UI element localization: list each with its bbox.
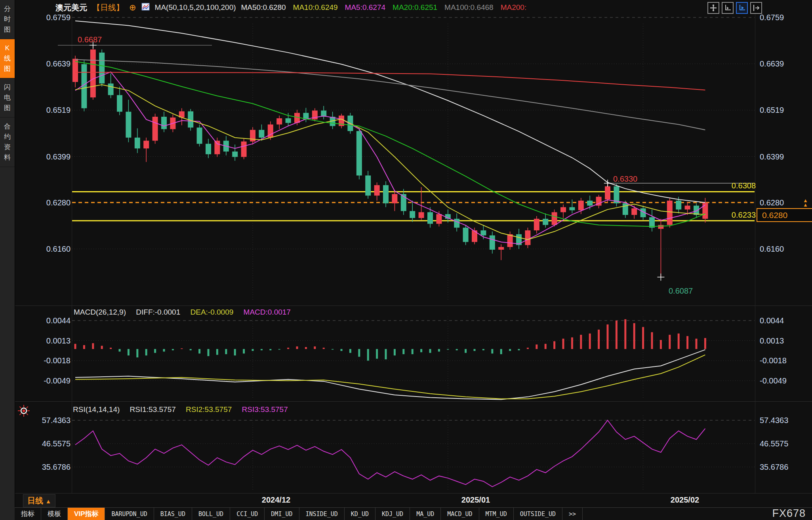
rsi1-value: RSI1:53.5757	[130, 405, 176, 414]
axis-label: 0.6639	[760, 59, 784, 68]
crosshair-target-icon[interactable]: ⊕	[129, 3, 136, 12]
chart-header: 澳元美元 【日线】 ⊕ MA(50,10,5,20,100,200) MA50:…	[55, 2, 534, 13]
left-scale-icon[interactable]	[722, 2, 734, 14]
ma-values: MA50:0.6280MA10:0.6249MA5:0.6274MA20:0.6…	[241, 3, 534, 12]
tab-KD_UD[interactable]: KD_UD	[345, 508, 376, 520]
ma-value-MA10: MA10:0.6249	[293, 3, 338, 11]
macd-dea-value: DEA:-0.0009	[191, 308, 234, 316]
tab-MA_UD[interactable]: MA_UD	[410, 508, 441, 520]
svg-text:0.6308: 0.6308	[732, 181, 756, 190]
axis-label: -0.0049	[44, 376, 71, 385]
watermark: FX678	[772, 507, 806, 520]
sidebar-item-K线图[interactable]: K线图	[0, 39, 15, 78]
sidebar-item-合约资料[interactable]: 合约资料	[0, 118, 15, 167]
axis-label: 0.6519	[760, 106, 784, 114]
sidebar-item-闪电图[interactable]: 闪电图	[0, 78, 15, 118]
axis-label: 0.6759	[760, 13, 784, 22]
bottom-tab-bar: 指标模板VIP指标BARUPDN_UDBIAS_UDBOLL_UDCCI_UDD…	[15, 507, 812, 520]
axis-label: 57.4363	[760, 416, 788, 425]
tab-MTM_UD[interactable]: MTM_UD	[479, 508, 514, 520]
rsi-title: RSI(14,14,14)	[73, 405, 120, 414]
macd-histogram-value: MACD:0.0017	[244, 308, 291, 316]
ma-value-MA50: MA50:0.6280	[241, 3, 286, 11]
axis-label: 46.5575	[42, 439, 71, 448]
axis-label: 57.4363	[42, 416, 71, 425]
svg-text:0.6233: 0.6233	[732, 211, 756, 219]
tab-MACD_UD[interactable]: MACD_UD	[441, 508, 479, 520]
tab->>[interactable]: >>	[562, 508, 583, 520]
axis-label: 0.6399	[46, 152, 71, 161]
svg-text:0.6330: 0.6330	[613, 175, 637, 183]
view-toolbar	[707, 2, 762, 14]
rsi3-value: RSI3:53.5757	[242, 405, 288, 414]
ma-line-MA5	[75, 72, 705, 244]
period-selector-label: 日线	[27, 496, 43, 505]
sidebar: 分时图K线图闪电图合约资料	[0, 0, 15, 520]
ma-overlays	[75, 21, 705, 244]
tab-模板[interactable]: 模板	[41, 508, 68, 520]
tab-OUTSIDE_UD[interactable]: OUTSIDE_UD	[514, 508, 562, 520]
axis-label: 0.6519	[46, 106, 71, 114]
axis-label: 0.0013	[46, 336, 71, 345]
tab-INSIDE_UD[interactable]: INSIDE_UD	[299, 508, 345, 520]
period-selector-arrow-icon: ▲	[46, 498, 51, 505]
ma-line-MA20	[75, 61, 705, 226]
tab-VIP指标[interactable]: VIP指标	[68, 508, 105, 520]
tab-BARUPDN_UD[interactable]: BARUPDN_UD	[105, 508, 154, 520]
svg-text:0.6087: 0.6087	[669, 287, 693, 295]
axis-label: 0.0044	[760, 316, 784, 325]
axis-label: 0.6639	[46, 59, 71, 68]
axis-label: 0.6280	[46, 198, 71, 207]
mini-chart-icon[interactable]	[141, 2, 150, 13]
axis-label: 0.0013	[760, 336, 784, 345]
symbol-title: 澳元美元	[55, 2, 87, 13]
ma-line-MA50	[75, 21, 705, 203]
ma-value-MA200: MA200:	[501, 3, 526, 11]
axis-label: 0.6399	[760, 152, 784, 161]
ma-line-MA100	[75, 59, 705, 130]
date-label-2025/01: 2025/01	[461, 495, 490, 505]
right-scale-icon[interactable]	[736, 2, 748, 14]
date-label-2024/12: 2024/12	[262, 495, 290, 505]
axis-label: 0.6280	[760, 198, 784, 207]
axis-label: 0.6160	[760, 245, 784, 253]
axis-label: -0.0049	[760, 376, 787, 385]
tab-KDJ_UD[interactable]: KDJ_UD	[376, 508, 410, 520]
macd-title: MACD(26,12,9)	[74, 308, 126, 316]
period-tag[interactable]: 【日线】	[92, 2, 124, 13]
candlestick-series	[72, 45, 708, 277]
chart-canvas[interactable]: 0.63080.62330.66870.63300.60870.67590.67…	[0, 0, 812, 494]
split-view-icon[interactable]	[707, 2, 719, 14]
tab-指标[interactable]: 指标	[15, 508, 41, 520]
axis-label: 35.6786	[760, 463, 788, 471]
app-window: { "colors":{"accent_orange":"#f97b0b","u…	[0, 0, 812, 520]
tab-CCI_UD[interactable]: CCI_UD	[230, 508, 265, 520]
axis-label: 35.6786	[42, 463, 71, 471]
sidebar-item-分时图[interactable]: 分时图	[0, 0, 15, 39]
collapse-panel-icon[interactable]	[750, 2, 762, 14]
tab-BIAS_UD[interactable]: BIAS_UD	[154, 508, 192, 520]
axis-label: 0.6160	[46, 245, 71, 253]
macd-header: MACD(26,12,9) DIFF:-0.0001 DEA:-0.0009 M…	[74, 308, 299, 317]
macd-series	[75, 319, 705, 400]
rsi-header: RSI(14,14,14) RSI1:53.5757 RSI2:53.5757 …	[73, 405, 296, 414]
axis-label: 0.6759	[46, 13, 71, 22]
ma-value-MA100: MA100:0.6468	[444, 3, 494, 11]
macd-diff-line	[75, 350, 705, 400]
tab-DMI_UD[interactable]: DMI_UD	[265, 508, 299, 520]
ma-line-MA10	[75, 85, 705, 240]
axis-label: -0.0018	[760, 356, 787, 365]
axis-label: 0.0044	[46, 316, 71, 325]
ma-line-MA200	[75, 72, 705, 90]
ma-value-MA5: MA5:0.6274	[345, 3, 385, 11]
last-price-box: 0.6280	[757, 208, 812, 222]
ma-settings-label: MA(50,10,5,20,100,200)	[155, 3, 236, 12]
rsi2-value: RSI2:53.5757	[186, 405, 232, 414]
rsi-line	[75, 420, 705, 487]
macd-dea-line	[75, 355, 705, 399]
tab-BOLL_UD[interactable]: BOLL_UD	[192, 508, 230, 520]
date-label-2025/02: 2025/02	[671, 495, 699, 505]
period-selector[interactable]: 日线 ▲	[23, 494, 55, 507]
price-up-arrows-icon: ▲▲	[803, 198, 808, 207]
last-price-value: 0.6280	[762, 211, 787, 220]
